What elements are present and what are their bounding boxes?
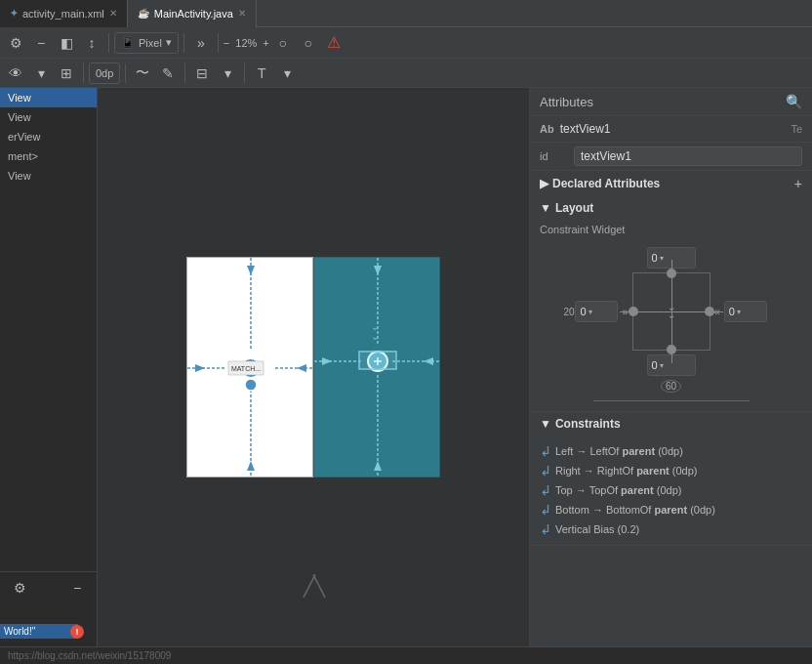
circle2-button[interactable]: ○ [297,31,320,55]
constraint-vertical-bias: ↱ Vertical Bias (0.2) [540,519,802,539]
chevron-down-icon: ▾ [166,36,172,49]
sidebar-item-4[interactable]: View [0,166,97,186]
component-row: Ab textView1 Te [530,116,812,143]
arrow-down-button[interactable]: ▾ [29,62,53,85]
svg-marker-18 [424,357,433,365]
search-icon[interactable]: 🔍 [786,94,802,109]
svg-marker-7 [247,461,255,471]
diagonal-lines: ╱╲ [304,574,323,598]
separator-7 [244,63,245,83]
svg-marker-6 [247,266,255,275]
constraint-diagram: 0 ▾ 20 0 ▾ » [564,247,779,401]
zoom-out-icon[interactable]: − [223,37,229,49]
phone-white: MATCH... [186,257,313,477]
world-text: World!" [0,624,78,639]
blueprint-svg: ⌄ ⌄ [314,258,440,477]
tab-java-label: MainActivity.java [154,8,233,20]
magnet-button[interactable]: ↕ [80,31,103,55]
text-arrow-button[interactable]: ▾ [275,62,299,85]
layers-button[interactable]: ◧ [55,31,78,55]
tab-java-close[interactable]: ✕ [238,8,246,19]
svg-marker-4 [195,364,205,372]
sidebar-label-4: View [8,170,31,182]
sidebar-item-2[interactable]: erView [0,127,97,146]
minus-button[interactable]: − [29,31,53,55]
sidebar-footer: ⚙ − [0,571,97,603]
bottom-chevron-icon: ▾ [660,361,664,370]
right-constraint-dropdown[interactable]: 0 ▾ [724,301,767,322]
left-sidebar: View View erView ment> View ⚙ − World!" … [0,88,98,646]
constraint-top: ↱ Top → TopOf parent (0dp) [540,480,802,500]
wave-button[interactable]: 〜 [131,62,154,85]
triangle-right-icon: ▶ [540,177,548,190]
offset-dropdown[interactable]: 0dp [89,62,120,84]
add-attribute-button[interactable]: + [794,176,802,191]
tab-xml[interactable]: ✦ activity_main.xml ✕ [0,0,128,27]
sidebar-label-2: erView [8,131,40,143]
tab-java[interactable]: ☕ MainActivity.java ✕ [128,0,257,27]
align-button[interactable]: ⊟ [190,62,214,85]
separator-5 [125,63,126,83]
constraints-section-header[interactable]: ▼ Constraints [530,412,812,436]
text-button[interactable]: T [250,62,273,85]
side-number: 20 [564,307,575,317]
eye-button[interactable]: 👁 [4,62,27,85]
v-line [671,260,672,363]
constraints-label: Constraints [555,417,621,431]
vertical-bias-text: Vertical Bias (0.2) [555,523,639,535]
java-icon: ☕ [138,8,149,19]
canvas-area[interactable]: MATCH... [98,88,529,646]
top-constraint-text: Top → TopOf parent (0dp) [555,484,681,496]
more-button[interactable]: » [189,31,213,55]
declared-title: ▶ Declared Attributes [540,177,660,190]
svg-marker-5 [297,364,306,372]
middle-constraint-row: 20 0 ▾ » [564,272,779,351]
layers-icon: ◧ [61,35,73,51]
constraints-title: ▼ Constraints [540,417,621,431]
error-indicator: ! [70,625,84,639]
sidebar-label-0: View [8,92,31,104]
zoom-indicator: − 12% + [223,37,269,49]
left-value: 0 [580,306,586,317]
xml-icon: ✦ [10,8,18,19]
right-constraint-icon: ↱ [540,463,551,478]
zoom-in-icon[interactable]: + [263,37,268,49]
sidebar-item-0[interactable]: View [0,88,97,107]
sidebar-item-1[interactable]: View [0,107,97,127]
right-chevron-icon: ▾ [737,308,741,316]
sidebar-item-3[interactable]: ment> [0,146,97,166]
layout-title: ▼ Layout [540,201,593,215]
id-value[interactable]: textView1 [574,146,802,166]
layout-section-header[interactable]: ▼ Layout [530,196,812,220]
url-bar: https://blog.csdn.net/weixin/15178009 [0,646,812,664]
secondary-toolbar: 👁 ▾ ⊞ 0dp 〜 ✎ ⊟ ▾ T ▾ [0,59,812,88]
device-dropdown[interactable]: 📱 Pixel ▾ [114,32,179,54]
declared-attributes-header[interactable]: ▶ Declared Attributes + [530,171,812,196]
tab-xml-close[interactable]: ✕ [109,8,117,19]
left-constraint-dropdown[interactable]: 0 ▾ [575,301,618,322]
device-icon: 📱 [121,36,135,49]
constraint-widget-container: 0 ▾ 20 0 ▾ » [530,237,812,412]
svg-point-10 [245,379,257,391]
svg-marker-19 [374,266,382,275]
grid-button[interactable]: ⊞ [55,62,78,85]
sidebar-label-3: ment> [8,150,38,162]
svg-marker-20 [374,461,382,471]
pen-button[interactable]: ✎ [156,62,180,85]
align-arrow-button[interactable]: ▾ [216,62,239,85]
tab-xml-label: activity_main.xml [22,8,104,20]
constraint-center-box: ⌄⌄ [632,272,710,351]
separator-1 [108,33,109,53]
sidebar-label-1: View [8,111,31,123]
attributes-title: Attributes [540,95,593,109]
right-value: 0 [729,306,735,317]
zoom-level: 12% [235,37,257,49]
circle-button[interactable]: ○ [271,31,295,55]
component-type-label: Te [791,123,802,135]
bottom-value: 0 [652,359,658,371]
sidebar-minus-button[interactable]: − [65,576,89,600]
separator-4 [83,63,84,83]
settings-button[interactable]: ⚙ [4,31,27,55]
error-button[interactable]: ⚠ [322,31,345,55]
sidebar-settings-button[interactable]: ⚙ [8,576,31,600]
